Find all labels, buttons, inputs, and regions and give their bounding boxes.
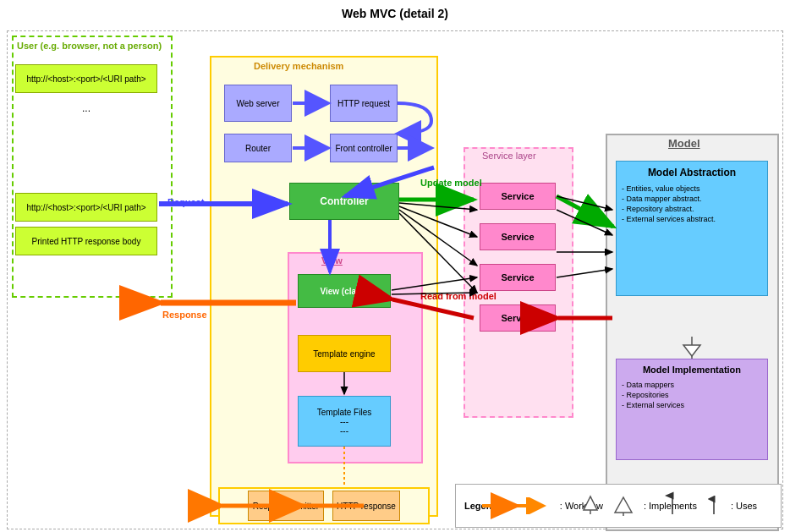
legend-label: Legend: <box>464 501 501 511</box>
http-response-box: HTTP response <box>332 491 400 521</box>
model-impl-title: Model Implementation <box>643 365 741 375</box>
response-emitter-section: Response emitter HTTP response <box>218 487 430 524</box>
implements-label: : Implements <box>644 501 697 511</box>
web-server-box: Web server <box>224 85 292 122</box>
svg-marker-1 <box>615 497 632 513</box>
template-engine-box: Template engine <box>298 335 391 372</box>
request-label: Request <box>167 197 204 207</box>
model-impl-list: - Data mappers - Repositories - External… <box>622 380 762 410</box>
response-label: Response <box>162 310 207 320</box>
http-request-box: HTTP request <box>330 85 398 122</box>
url-box-bottom: http://<host>:<port>/<URI path> <box>15 193 157 222</box>
workflow-arrow-icon <box>511 497 550 514</box>
view-class-box: View (class) <box>298 274 391 308</box>
impl-item-1: - Data mappers <box>622 380 762 390</box>
uses-label: : Uses <box>731 501 757 511</box>
model-abstraction-box: Model Abstraction - Entities, value obje… <box>616 161 768 296</box>
impl-item-2: - Repositories <box>622 390 762 400</box>
uses-icon <box>707 496 721 516</box>
workflow-label: : Workflow <box>560 501 603 511</box>
controller-box: Controller <box>289 183 399 220</box>
abstraction-item-3: - Repository abstract. <box>622 204 762 214</box>
service-box-2: Service <box>480 223 556 250</box>
legend-section: Legend: : Workflow : Implements <box>455 484 782 528</box>
update-model-label: Update model <box>420 178 482 188</box>
page-title: Web MVC (detail 2) <box>0 0 790 24</box>
service-layer-label: Service layer <box>482 151 536 161</box>
model-abstraction-title: Model Abstraction <box>648 167 736 178</box>
model-abstraction-list: - Entities, value objects - Data mapper … <box>622 184 762 224</box>
abstraction-item-1: - Entities, value objects <box>622 184 762 194</box>
model-label: Model <box>668 137 700 150</box>
service-box-3: Service <box>480 264 556 291</box>
service-box-1: Service <box>480 183 556 210</box>
service-box-4: Service <box>480 304 556 332</box>
response-emitter-box: Response emitter <box>248 491 324 521</box>
implements-icon <box>613 496 634 516</box>
view-label: View <box>321 255 343 266</box>
printed-box: Printed HTTP response body <box>15 227 157 255</box>
front-controller-box: Front controller <box>330 134 398 162</box>
user-label: User (e.g. browser, not a person) <box>17 41 162 51</box>
router-box: Router <box>224 134 292 162</box>
abstraction-item-2: - Data mapper abstract. <box>622 194 762 204</box>
delivery-label: Delivery mechanism <box>254 61 343 71</box>
url-box-top: http://<host>:<port>/<URI path> <box>15 64 157 93</box>
impl-item-3: - External services <box>622 400 762 410</box>
dots-box: ... <box>15 98 157 118</box>
read-from-model-label: Read from model <box>420 291 496 301</box>
abstraction-item-4: - External services abstract. <box>622 214 762 224</box>
template-files-text: Template Files --- --- <box>317 408 371 436</box>
model-impl-box: Model Implementation - Data mappers - Re… <box>616 359 768 460</box>
template-files-box: Template Files --- --- <box>298 396 391 447</box>
